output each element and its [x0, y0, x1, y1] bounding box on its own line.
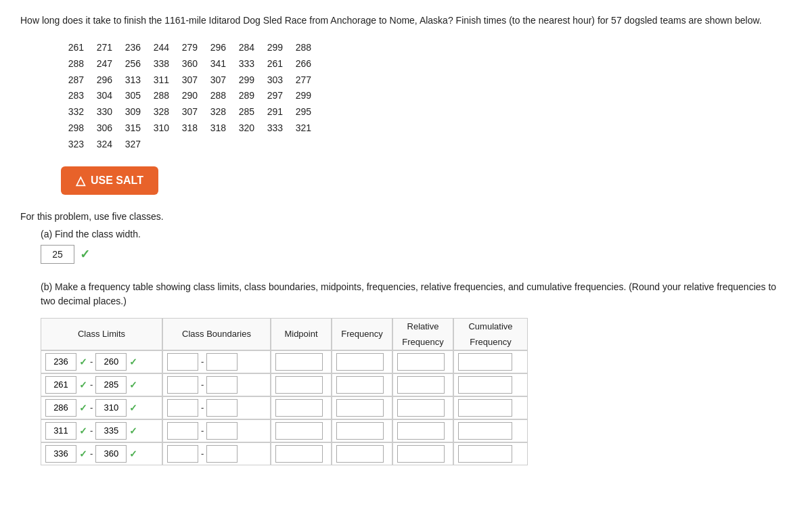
cumulative-freq-input[interactable] [458, 399, 512, 417]
data-cell: 310 [146, 120, 175, 137]
data-cell: 318 [203, 120, 231, 137]
cl-high-input[interactable] [95, 353, 127, 371]
class-boundaries-cell: - [162, 419, 271, 442]
midpoint-input[interactable] [275, 399, 323, 417]
data-cell: 299 [288, 88, 317, 104]
cl-low-input[interactable] [45, 422, 76, 440]
data-cell: 341 [203, 56, 231, 72]
frequency-input[interactable] [336, 445, 384, 463]
relative-freq-cell [392, 396, 453, 419]
part-a-answer-box[interactable]: 25 [41, 245, 74, 264]
data-row: 323324327 [61, 137, 792, 153]
part-a-answer-row: 25 ✓ [41, 245, 792, 264]
data-cell: 288 [146, 88, 175, 104]
cumulative-freq-input[interactable] [458, 353, 512, 371]
data-cell [146, 137, 175, 153]
data-cell: 247 [89, 56, 118, 72]
cb-low-input[interactable] [167, 353, 198, 371]
midpoint-input[interactable] [275, 445, 323, 463]
cumulative-freq-input[interactable] [458, 376, 512, 394]
intro-text: How long does it take to finish the 1161… [20, 14, 792, 28]
th-class-boundaries: Class Boundaries [162, 318, 271, 350]
use-salt-button[interactable]: △ USE SALT [61, 166, 158, 195]
cumulative-freq-cell [453, 396, 528, 419]
relative-freq-input[interactable] [397, 445, 445, 463]
cb-low-input[interactable] [167, 376, 198, 394]
frequency-input[interactable] [336, 399, 384, 417]
th-cumulative-freq-top: Cumulative [453, 318, 528, 334]
midpoint-cell [271, 419, 332, 442]
table-row: ✓ - ✓ - [41, 419, 528, 442]
data-cell: 327 [118, 137, 146, 153]
data-cell: 261 [260, 56, 288, 72]
part-a-check-icon: ✓ [80, 247, 90, 262]
data-cell: 330 [89, 104, 118, 120]
relative-freq-input[interactable] [397, 353, 445, 371]
midpoint-input[interactable] [275, 422, 323, 440]
class-boundaries-cell: - [162, 442, 271, 465]
data-cell: 287 [61, 72, 89, 89]
frequency-cell [332, 373, 392, 396]
cumulative-freq-cell [453, 350, 528, 373]
data-cell: 289 [231, 88, 260, 104]
frequency-table: Class Limits Class Boundaries Midpoint F… [41, 318, 528, 465]
cl-low-input[interactable] [45, 353, 76, 371]
table-row: ✓ - ✓ - [41, 350, 528, 373]
data-cell [260, 137, 288, 153]
frequency-input[interactable] [336, 353, 384, 371]
data-cell: 299 [231, 72, 260, 89]
frequency-input[interactable] [336, 376, 384, 394]
cb-high-input[interactable] [206, 445, 238, 463]
cl-low-input[interactable] [45, 376, 76, 394]
data-row: 287296313311307307299303277 [61, 72, 792, 89]
midpoint-input[interactable] [275, 353, 323, 371]
part-a: (a) Find the class width. 25 ✓ [41, 229, 792, 264]
cumulative-freq-input[interactable] [458, 422, 512, 440]
data-cell: 333 [260, 120, 288, 137]
data-cell: 291 [260, 104, 288, 120]
data-cell: 236 [118, 40, 146, 56]
midpoint-cell [271, 442, 332, 465]
th-relative-freq-bottom: Frequency [392, 334, 453, 350]
relative-freq-input[interactable] [397, 399, 445, 417]
relative-freq-input[interactable] [397, 422, 445, 440]
midpoint-cell [271, 350, 332, 373]
cl-high-check: ✓ [129, 425, 137, 436]
cl-low-check: ✓ [79, 356, 87, 367]
cb-low-input[interactable] [167, 445, 198, 463]
frequency-input[interactable] [336, 422, 384, 440]
data-row: 298306315310318318320333321 [61, 120, 792, 137]
data-cell: 360 [175, 56, 203, 72]
frequency-cell [332, 442, 392, 465]
table-header-row: Class Limits Class Boundaries Midpoint F… [41, 318, 528, 334]
cb-low-input[interactable] [167, 422, 198, 440]
data-cell: 311 [146, 72, 175, 89]
cl-high-check: ✓ [129, 379, 137, 390]
data-cell: 315 [118, 120, 146, 137]
class-limits-cell: ✓ - ✓ [41, 396, 162, 419]
data-cell: 328 [203, 104, 231, 120]
data-cell: 288 [203, 88, 231, 104]
data-cell: 304 [89, 88, 118, 104]
cb-low-input[interactable] [167, 399, 198, 417]
data-cell: 323 [61, 137, 89, 153]
data-cell: 318 [175, 120, 203, 137]
data-cell: 266 [288, 56, 317, 72]
class-boundaries-cell: - [162, 396, 271, 419]
part-a-label: (a) Find the class width. [41, 229, 792, 239]
cl-high-input[interactable] [95, 376, 127, 394]
cl-high-input[interactable] [95, 399, 127, 417]
cl-low-input[interactable] [45, 445, 76, 463]
cb-high-input[interactable] [206, 376, 238, 394]
data-cell [203, 137, 231, 153]
cl-high-input[interactable] [95, 422, 127, 440]
midpoint-input[interactable] [275, 376, 323, 394]
cl-low-input[interactable] [45, 399, 76, 417]
cumulative-freq-cell [453, 373, 528, 396]
cl-high-input[interactable] [95, 445, 127, 463]
cb-high-input[interactable] [206, 353, 238, 371]
cb-high-input[interactable] [206, 399, 238, 417]
cb-high-input[interactable] [206, 422, 238, 440]
cumulative-freq-input[interactable] [458, 445, 512, 463]
relative-freq-input[interactable] [397, 376, 445, 394]
